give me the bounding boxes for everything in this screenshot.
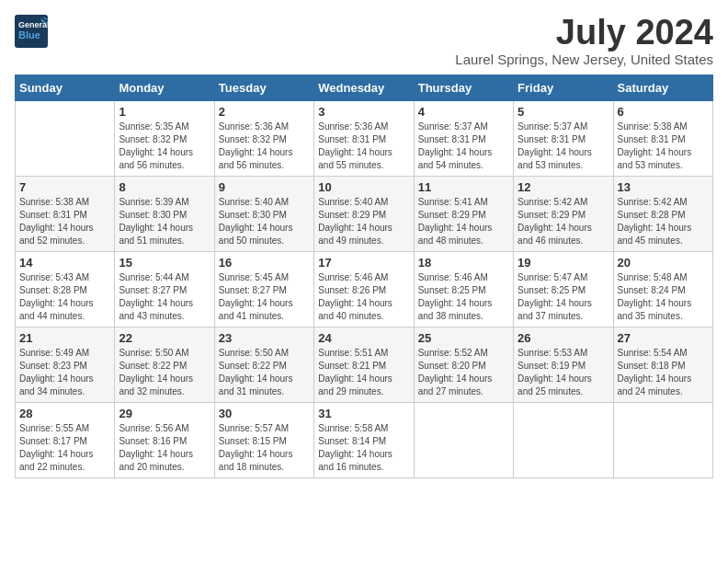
- sunset-text: Sunset: 8:14 PM: [318, 436, 386, 446]
- sunrise-text: Sunrise: 5:49 AM: [19, 348, 89, 358]
- header: General Blue July 2024 Laurel Springs, N…: [15, 15, 713, 67]
- sunrise-text: Sunrise: 5:46 AM: [418, 272, 488, 282]
- day-info: Sunrise: 5:44 AMSunset: 8:27 PMDaylight:…: [119, 271, 210, 323]
- day-info: Sunrise: 5:55 AMSunset: 8:17 PMDaylight:…: [19, 422, 110, 474]
- daylight-text: Daylight: 14 hours and 50 minutes.: [219, 223, 293, 246]
- day-info: Sunrise: 5:35 AMSunset: 8:32 PMDaylight:…: [119, 121, 210, 172]
- day-number: 26: [518, 331, 609, 345]
- sunset-text: Sunset: 8:29 PM: [518, 210, 586, 220]
- day-info: Sunrise: 5:40 AMSunset: 8:29 PMDaylight:…: [318, 196, 409, 247]
- sunset-text: Sunset: 8:31 PM: [518, 134, 586, 144]
- svg-text:Blue: Blue: [18, 29, 40, 40]
- sunrise-text: Sunrise: 5:45 AM: [219, 272, 289, 282]
- day-number: 27: [618, 331, 709, 345]
- sunset-text: Sunset: 8:27 PM: [219, 285, 287, 295]
- day-info: Sunrise: 5:53 AMSunset: 8:19 PMDaylight:…: [518, 347, 609, 398]
- table-row: 3Sunrise: 5:36 AMSunset: 8:31 PMDaylight…: [314, 101, 414, 177]
- day-number: 17: [318, 256, 409, 270]
- sunrise-text: Sunrise: 5:55 AM: [19, 423, 89, 433]
- sunset-text: Sunset: 8:31 PM: [418, 134, 486, 144]
- header-friday: Friday: [514, 75, 613, 101]
- day-info: Sunrise: 5:38 AMSunset: 8:31 PMDaylight:…: [19, 196, 110, 247]
- day-info: Sunrise: 5:39 AMSunset: 8:30 PMDaylight:…: [119, 196, 210, 247]
- daylight-text: Daylight: 14 hours and 31 minutes.: [219, 373, 293, 396]
- day-info: Sunrise: 5:57 AMSunset: 8:15 PMDaylight:…: [219, 422, 310, 474]
- daylight-text: Daylight: 14 hours and 46 minutes.: [518, 223, 592, 246]
- table-row: 5Sunrise: 5:37 AMSunset: 8:31 PMDaylight…: [514, 101, 613, 177]
- daylight-text: Daylight: 14 hours and 27 minutes.: [418, 373, 493, 396]
- day-number: 29: [119, 407, 210, 420]
- calendar-week-row: 7Sunrise: 5:38 AMSunset: 8:31 PMDaylight…: [16, 177, 713, 252]
- day-number: 20: [618, 256, 709, 270]
- sunset-text: Sunset: 8:15 PM: [219, 436, 287, 446]
- sunset-text: Sunset: 8:29 PM: [418, 210, 486, 220]
- day-number: 2: [219, 105, 310, 119]
- table-row: 30Sunrise: 5:57 AMSunset: 8:15 PMDayligh…: [214, 403, 313, 478]
- daylight-text: Daylight: 14 hours and 35 minutes.: [618, 298, 692, 321]
- daylight-text: Daylight: 14 hours and 25 minutes.: [518, 373, 592, 396]
- daylight-text: Daylight: 14 hours and 34 minutes.: [19, 373, 94, 396]
- sunrise-text: Sunrise: 5:46 AM: [318, 272, 388, 282]
- day-info: Sunrise: 5:48 AMSunset: 8:24 PMDaylight:…: [618, 271, 709, 323]
- table-row: 21Sunrise: 5:49 AMSunset: 8:23 PMDayligh…: [16, 327, 115, 403]
- sunrise-text: Sunrise: 5:57 AM: [219, 423, 289, 433]
- sunrise-text: Sunrise: 5:37 AM: [518, 121, 587, 132]
- sunset-text: Sunset: 8:24 PM: [618, 285, 686, 295]
- table-row: 12Sunrise: 5:42 AMSunset: 8:29 PMDayligh…: [514, 177, 613, 252]
- day-info: Sunrise: 5:42 AMSunset: 8:29 PMDaylight:…: [518, 196, 609, 247]
- sunrise-text: Sunrise: 5:43 AM: [19, 272, 89, 282]
- day-info: Sunrise: 5:36 AMSunset: 8:31 PMDaylight:…: [318, 121, 409, 172]
- sunset-text: Sunset: 8:28 PM: [618, 210, 686, 220]
- sunset-text: Sunset: 8:20 PM: [418, 361, 486, 371]
- day-number: 3: [318, 105, 409, 119]
- sunset-text: Sunset: 8:31 PM: [318, 134, 386, 144]
- daylight-text: Daylight: 14 hours and 38 minutes.: [418, 298, 493, 321]
- day-info: Sunrise: 5:38 AMSunset: 8:31 PMDaylight:…: [618, 121, 709, 172]
- table-row: 2Sunrise: 5:36 AMSunset: 8:32 PMDaylight…: [214, 101, 313, 177]
- sunset-text: Sunset: 8:27 PM: [119, 285, 187, 295]
- header-wednesday: Wednesday: [314, 75, 414, 101]
- sunrise-text: Sunrise: 5:47 AM: [518, 272, 587, 282]
- daylight-text: Daylight: 14 hours and 56 minutes.: [219, 147, 293, 170]
- sunrise-text: Sunrise: 5:40 AM: [318, 197, 388, 207]
- weekday-header-row: Sunday Monday Tuesday Wednesday Thursday…: [16, 75, 713, 101]
- day-number: 10: [318, 180, 409, 194]
- sunset-text: Sunset: 8:17 PM: [19, 436, 87, 446]
- table-row: 15Sunrise: 5:44 AMSunset: 8:27 PMDayligh…: [115, 252, 214, 327]
- day-number: 19: [518, 256, 609, 270]
- table-row: 16Sunrise: 5:45 AMSunset: 8:27 PMDayligh…: [214, 252, 313, 327]
- sunrise-text: Sunrise: 5:53 AM: [518, 348, 587, 358]
- sunrise-text: Sunrise: 5:36 AM: [219, 121, 289, 132]
- daylight-text: Daylight: 14 hours and 49 minutes.: [318, 223, 392, 246]
- sunrise-text: Sunrise: 5:52 AM: [418, 348, 488, 358]
- day-number: 7: [19, 180, 110, 194]
- daylight-text: Daylight: 14 hours and 48 minutes.: [418, 223, 493, 246]
- sunrise-text: Sunrise: 5:35 AM: [119, 121, 188, 132]
- day-info: Sunrise: 5:58 AMSunset: 8:14 PMDaylight:…: [318, 422, 409, 474]
- calendar-week-row: 14Sunrise: 5:43 AMSunset: 8:28 PMDayligh…: [16, 252, 713, 327]
- day-info: Sunrise: 5:54 AMSunset: 8:18 PMDaylight:…: [618, 347, 709, 398]
- table-row: [414, 403, 513, 478]
- sunset-text: Sunset: 8:28 PM: [19, 285, 87, 295]
- daylight-text: Daylight: 14 hours and 32 minutes.: [119, 373, 193, 396]
- header-tuesday: Tuesday: [214, 75, 313, 101]
- day-number: 31: [318, 407, 409, 420]
- table-row: 26Sunrise: 5:53 AMSunset: 8:19 PMDayligh…: [514, 327, 613, 403]
- table-row: [613, 403, 712, 478]
- day-info: Sunrise: 5:51 AMSunset: 8:21 PMDaylight:…: [318, 347, 409, 398]
- day-number: 25: [418, 331, 509, 345]
- sunrise-text: Sunrise: 5:54 AM: [618, 348, 688, 358]
- table-row: 29Sunrise: 5:56 AMSunset: 8:16 PMDayligh…: [115, 403, 214, 478]
- day-number: 9: [219, 180, 310, 194]
- sunrise-text: Sunrise: 5:38 AM: [618, 121, 688, 132]
- table-row: 10Sunrise: 5:40 AMSunset: 8:29 PMDayligh…: [314, 177, 414, 252]
- day-info: Sunrise: 5:43 AMSunset: 8:28 PMDaylight:…: [19, 271, 110, 323]
- table-row: 4Sunrise: 5:37 AMSunset: 8:31 PMDaylight…: [414, 101, 513, 177]
- sunrise-text: Sunrise: 5:51 AM: [318, 348, 388, 358]
- sunrise-text: Sunrise: 5:42 AM: [518, 197, 587, 207]
- sunset-text: Sunset: 8:31 PM: [618, 134, 686, 144]
- day-info: Sunrise: 5:47 AMSunset: 8:25 PMDaylight:…: [518, 271, 609, 323]
- daylight-text: Daylight: 14 hours and 24 minutes.: [618, 373, 692, 396]
- sunset-text: Sunset: 8:30 PM: [219, 210, 287, 220]
- daylight-text: Daylight: 14 hours and 55 minutes.: [318, 147, 392, 170]
